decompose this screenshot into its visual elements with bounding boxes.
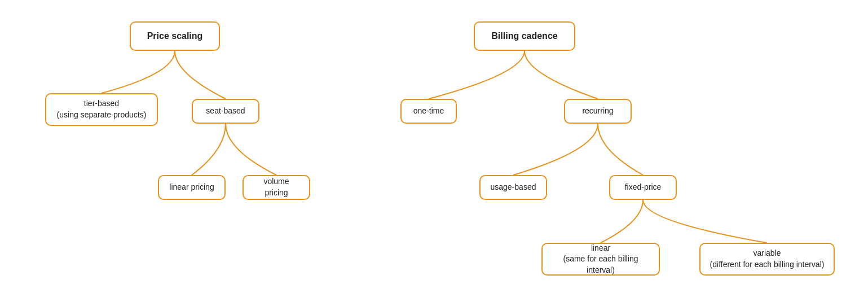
one-time-node: one-time	[400, 99, 457, 124]
linear-pricing-node: linear pricing	[158, 175, 226, 200]
variable-billing-node: variable(different for each billing inte…	[699, 243, 835, 276]
recurring-node: recurring	[564, 99, 632, 124]
volume-pricing-node: volume pricing	[243, 175, 310, 200]
seat-based-node: seat-based	[192, 99, 259, 124]
linear-billing-node: linear(same for each billing interval)	[541, 243, 660, 276]
usage-based-node: usage-based	[479, 175, 547, 200]
tier-based-node: tier-based(using separate products)	[45, 93, 158, 126]
price-scaling-node: Price scaling	[130, 21, 220, 51]
diagram: Price scaling tier-based(using separate …	[0, 0, 868, 288]
fixed-price-node: fixed-price	[609, 175, 677, 200]
billing-cadence-node: Billing cadence	[474, 21, 575, 51]
